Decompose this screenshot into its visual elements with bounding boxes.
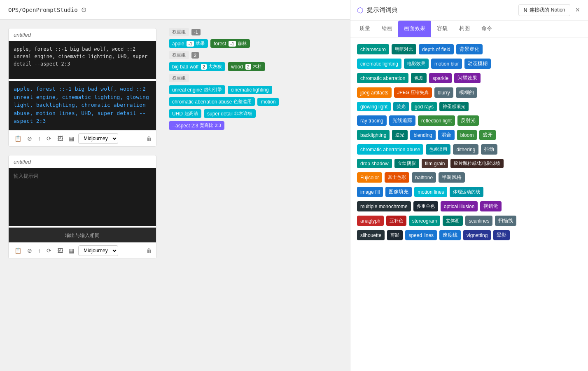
delete-button-2[interactable]: 🗑 xyxy=(146,247,152,254)
tag-scanlines-zh[interactable]: 扫描线 xyxy=(495,216,516,226)
tag-cinematic-lighting[interactable]: cinematic lighting xyxy=(228,86,272,94)
tag-halftone-zh[interactable]: 半调风格 xyxy=(439,172,465,183)
tag-super-detail[interactable]: super detail 非常详细 xyxy=(204,109,256,118)
tag-chiaroscuro-zh[interactable]: 明暗对比 xyxy=(392,44,416,54)
tag-chromatic-aberration-abuse[interactable]: chromatic aberration abuse 色差滥用 xyxy=(169,97,255,106)
tag-motion[interactable]: motion xyxy=(257,98,279,106)
tag-vignetting-zh[interactable]: 晕影 xyxy=(493,230,510,240)
tag-blurry-zh[interactable]: 模糊的 xyxy=(456,87,477,98)
tag-reflection-light[interactable]: reflection light xyxy=(418,115,455,126)
tag-stereogram-zh[interactable]: 立体画 xyxy=(443,216,463,226)
clear-icon[interactable]: ⊘ xyxy=(26,134,34,143)
model-select-1[interactable]: Midjourney xyxy=(78,133,118,144)
refresh-icon[interactable]: ⟳ xyxy=(45,134,53,143)
grid-icon-2[interactable]: ▦ xyxy=(67,246,76,256)
close-button[interactable]: × xyxy=(574,6,581,14)
tag-chiaroscuro[interactable]: chiaroscuro xyxy=(357,44,389,54)
tag-fujicolor-zh[interactable]: 富士色彩 xyxy=(385,172,409,183)
tag-jpeg-artifacts[interactable]: jpeg artifacts xyxy=(357,87,392,98)
upload-icon[interactable]: ↑ xyxy=(36,134,42,143)
tag-god-rays[interactable]: god rays xyxy=(411,102,437,111)
tag-motion-blur-zh[interactable]: 动态模糊 xyxy=(464,59,491,69)
clear-icon-2[interactable]: ⊘ xyxy=(26,246,34,256)
tag-optical-illusion[interactable]: optical illusion xyxy=(441,201,478,211)
tag-dithering-zh[interactable]: 抖动 xyxy=(481,144,497,155)
tag-vignetting[interactable]: vignetting xyxy=(463,230,491,240)
tab-commands[interactable]: 命令 xyxy=(476,21,498,37)
tag-bloom-zh[interactable]: 盛开 xyxy=(479,130,496,140)
image-icon[interactable]: 🖼 xyxy=(56,134,65,143)
tag-anaglyph[interactable]: anaglyph xyxy=(357,216,384,226)
tag-sparkle-zh[interactable]: 闪耀效果 xyxy=(454,73,481,83)
tag-speed-lines-zh[interactable]: 速度线 xyxy=(439,230,461,240)
delete-button-1[interactable]: 🗑 xyxy=(146,135,152,142)
tag-blurry[interactable]: blurry xyxy=(434,87,453,98)
tag-dithering[interactable]: dithering xyxy=(453,144,478,155)
tag-bloom[interactable]: bloom xyxy=(457,130,477,140)
copy-icon-2[interactable]: 📋 xyxy=(13,246,23,256)
tag-reflection-light-zh[interactable]: 反射光 xyxy=(457,115,479,126)
tag-image-fill-zh[interactable]: 图像填充 xyxy=(385,187,412,197)
tag-film-grain[interactable]: film grain xyxy=(422,159,448,168)
card-1-input[interactable]: apple, forest ::-1 big bad wolf, wood ::… xyxy=(9,41,156,79)
tag-glowing-light-zh[interactable]: 荧光 xyxy=(393,102,409,111)
tag-chromatic-aberration-zh[interactable]: 色差 xyxy=(411,73,427,83)
tag-ray-tracing[interactable]: ray tracing xyxy=(357,115,387,126)
tag-halftone[interactable]: halftone xyxy=(412,172,436,183)
copy-icon[interactable]: 📋 xyxy=(13,134,23,143)
tag-chromatic-aberration-abuse-dict[interactable]: chromatic aberration abuse xyxy=(357,144,423,155)
tag-blending[interactable]: blending xyxy=(410,130,435,140)
tag-cinematic-lighting-dict[interactable]: cinematic lighting xyxy=(357,59,401,69)
image-icon-2[interactable]: 🖼 xyxy=(56,246,65,256)
tag-scanlines[interactable]: scanlines xyxy=(465,216,492,226)
tab-composition[interactable]: 构图 xyxy=(453,21,476,37)
tag-aspect[interactable]: --aspect 2:3 宽高比 2:3 xyxy=(169,121,224,130)
tag-image-fill[interactable]: image fill xyxy=(357,187,383,197)
tag-fujicolor[interactable]: Fujicolor xyxy=(357,172,382,183)
tag-apple[interactable]: apple -1 苹果 xyxy=(169,39,208,48)
card-2-input[interactable] xyxy=(9,168,156,226)
tag-silhouette-zh[interactable]: 剪影 xyxy=(387,230,403,240)
tab-appearance[interactable]: 容貌 xyxy=(431,21,453,37)
refresh-icon-2[interactable]: ⟳ xyxy=(45,246,53,256)
tag-cinematic-lighting-zh[interactable]: 电影效果 xyxy=(404,59,429,69)
tag-jpeg-artifacts-zh[interactable]: JPEG 压缩失真 xyxy=(394,87,432,98)
tag-motion-lines[interactable]: motion lines xyxy=(414,187,447,197)
tag-anaglyph-zh[interactable]: 互补色 xyxy=(386,216,406,226)
tag-glowing-light[interactable]: glowing light xyxy=(357,102,391,111)
tab-screen-effects[interactable]: 画面效果 xyxy=(398,21,431,37)
tag-drop-shadow-zh[interactable]: 立绘阴影 xyxy=(394,159,419,168)
upload-icon-2[interactable]: ↑ xyxy=(36,246,42,256)
tag-group-3c: UHD 超高清 super detail 非常详细 xyxy=(169,109,346,118)
tag-motion-lines-zh[interactable]: 体现运动的线 xyxy=(450,187,483,197)
tag-big-bad-wolf[interactable]: big bad wolf 2 大灰狼 xyxy=(169,62,225,71)
tag-optical-illusion-zh[interactable]: 视错觉 xyxy=(480,201,502,211)
tab-painting[interactable]: 绘画 xyxy=(376,21,398,37)
tab-quality[interactable]: 质量 xyxy=(354,21,376,37)
grid-icon[interactable]: ▦ xyxy=(67,134,76,143)
tag-god-rays-zh[interactable]: 神圣感顶光 xyxy=(439,102,469,111)
tag-multiple-monochrome-zh[interactable]: 多重单色 xyxy=(413,201,438,211)
tag-chromatic-aberration[interactable]: chromatic aberration xyxy=(357,73,408,83)
tag-forest[interactable]: forest -1 森林 xyxy=(210,39,250,48)
model-select-2[interactable]: Midjourney xyxy=(78,245,118,256)
tag-film-grain-zh[interactable]: 胶片颗粒感/老电影滤镜 xyxy=(450,159,504,168)
tag-blending-zh[interactable]: 混合 xyxy=(438,130,455,140)
tag-motion-blur[interactable]: motion blur xyxy=(431,59,462,69)
tag-silhouette[interactable]: silhouette xyxy=(357,230,385,240)
tag-multiple-monochrome[interactable]: multiple monochrome xyxy=(357,201,411,211)
tag-sparkle[interactable]: sparkle xyxy=(429,73,452,83)
tag-unreal-engine[interactable]: unreal engine 虚幻引擎 xyxy=(169,85,225,94)
tag-depth-of-field-zh[interactable]: 背景虚化 xyxy=(456,44,483,54)
tag-ray-tracing-zh[interactable]: 光线追踪 xyxy=(389,115,415,126)
tag-wood[interactable]: wood 2 木料 xyxy=(228,62,265,71)
tag-stereogram[interactable]: stereogram xyxy=(409,216,441,226)
tag-uhd[interactable]: UHD 超高清 xyxy=(169,109,201,118)
tag-backlighting[interactable]: backlighting xyxy=(357,130,390,140)
tag-chromatic-aberration-abuse-zh[interactable]: 色差滥用 xyxy=(426,144,450,155)
tag-backlighting-zh[interactable]: 逆光 xyxy=(392,130,408,140)
tag-speed-lines[interactable]: speed lines xyxy=(405,230,437,240)
tag-depth-of-field[interactable]: depth of field xyxy=(419,44,454,54)
tag-drop-shadow[interactable]: drop shadow xyxy=(357,159,392,168)
notion-button[interactable]: N 连接我的 Notion xyxy=(518,4,571,16)
